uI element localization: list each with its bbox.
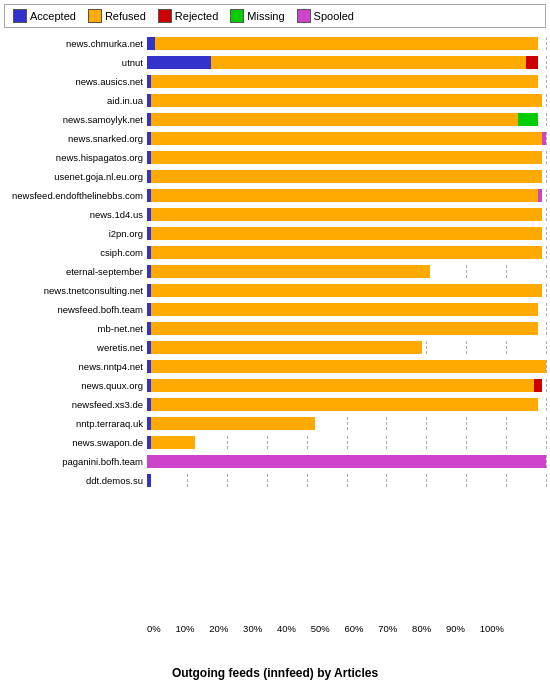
bar-segment-refused (151, 246, 542, 259)
grid-line (546, 151, 547, 164)
bar-segment-accepted (147, 474, 151, 487)
legend-label: Refused (105, 10, 146, 22)
bar-container: 66272994 (147, 37, 546, 50)
bar-container: 28562 (147, 417, 546, 430)
row-label: news.tnetconsulting.net (4, 285, 147, 296)
grid-line (307, 436, 308, 449)
grid-line (546, 132, 547, 145)
table-row: news.nntp4.net72596 (4, 357, 546, 375)
grid-line (546, 56, 547, 69)
row-label: paganini.bofh.team (4, 456, 147, 467)
legend-color-spooled (297, 9, 311, 23)
bar-segment-refused (151, 151, 542, 164)
table-row: i2pn.org65587 (4, 224, 546, 242)
table-row: news.snarked.org670412 (4, 129, 546, 147)
bar-container: 65587 (147, 227, 546, 240)
grid-line (347, 417, 348, 430)
row-label: ddt.demos.su (4, 475, 147, 486)
x-axis-label: 60% (345, 623, 364, 634)
grid-line (546, 37, 547, 50)
table-row: nntp.terraraq.uk28562 (4, 414, 546, 432)
legend-label: Rejected (175, 10, 218, 22)
table-row: aid.in.ua678285 (4, 91, 546, 109)
bar-segment-refused (151, 436, 195, 449)
legend-item-spooled: Spooled (297, 9, 354, 23)
table-row: news.hispagatos.org72579 (4, 148, 546, 166)
table-row: eternal-september47716 (4, 262, 546, 280)
row-label: utnut (4, 57, 147, 68)
grid-line (546, 265, 547, 278)
table-row: news.samoylyk.net515214 (4, 110, 546, 128)
bar-container: 670412 (147, 132, 546, 145)
legend-label: Accepted (30, 10, 76, 22)
bar-container: 66197 (147, 189, 546, 202)
row-label: nntp.terraraq.uk (4, 418, 147, 429)
grid-line (386, 417, 387, 430)
bar-segment-spooled (538, 189, 542, 202)
x-axis-label: 100% (480, 623, 504, 634)
bar-container: 515214 (147, 113, 546, 126)
grid-line (506, 474, 507, 487)
table-row: mb-net.net65716 (4, 319, 546, 337)
grid-line (546, 246, 547, 259)
legend-color-rejected (158, 9, 172, 23)
bar-container: 72596 (147, 360, 546, 373)
row-label: usenet.goja.nl.eu.org (4, 171, 147, 182)
table-row: news.swapon.de7401 (4, 433, 546, 451)
row-label: news.samoylyk.net (4, 114, 147, 125)
grid-line (546, 113, 547, 126)
grid-line (546, 379, 547, 392)
grid-line (466, 436, 467, 449)
x-axis-title: Outgoing feeds (innfeed) by Articles (0, 666, 550, 680)
row-label: news.chmurka.net (4, 38, 147, 49)
bar-segment-rejected (526, 56, 538, 69)
bar-segment-refused (151, 208, 542, 221)
grid-line (506, 436, 507, 449)
table-row: csiph.com67696 (4, 243, 546, 261)
grid-line (546, 455, 547, 468)
grid-line (227, 474, 228, 487)
grid-line (426, 474, 427, 487)
legend-color-accepted (13, 9, 27, 23)
x-axis-label: 20% (209, 623, 228, 634)
row-label: weretis.net (4, 342, 147, 353)
grid-line (227, 436, 228, 449)
bar-container: 47716 (147, 265, 546, 278)
bar-segment-refused (151, 189, 538, 202)
bar-container: 94650 (147, 455, 546, 468)
grid-line (546, 208, 547, 221)
grid-line (506, 417, 507, 430)
grid-line (546, 303, 547, 316)
x-axis-label: 10% (176, 623, 195, 634)
bar-segment-refused (151, 75, 538, 88)
bar-segment-refused (151, 341, 422, 354)
legend-item-accepted: Accepted (13, 9, 76, 23)
grid-lines (147, 474, 546, 487)
table-row: paganini.bofh.team94650 (4, 452, 546, 470)
table-row: weretis.net46956 (4, 338, 546, 356)
grid-lines (147, 436, 546, 449)
bar-segment-refused (151, 322, 538, 335)
grid-line (546, 417, 547, 430)
row-label: news.1d4.us (4, 209, 147, 220)
bar-segment-spooled (147, 455, 546, 468)
legend-label: Spooled (314, 10, 354, 22)
table-row: utnut67871262 (4, 53, 546, 71)
grid-line (546, 94, 547, 107)
bar-container: 66736 (147, 379, 546, 392)
grid-line (546, 170, 547, 183)
x-axis-label: 80% (412, 623, 431, 634)
grid-line (347, 474, 348, 487)
row-label: news.hispagatos.org (4, 152, 147, 163)
bar-container: 67696 (147, 246, 546, 259)
grid-line (546, 227, 547, 240)
grid-line (267, 436, 268, 449)
bars-wrapper: news.chmurka.net66272994utnut67871262new… (4, 34, 546, 621)
bar-segment-refused (151, 170, 542, 183)
bar-segment-refused (151, 303, 538, 316)
table-row: news.chmurka.net66272994 (4, 34, 546, 52)
legend-label: Missing (247, 10, 284, 22)
grid-line (546, 284, 547, 297)
bar-container: 72579 (147, 151, 546, 164)
grid-line (546, 360, 547, 373)
